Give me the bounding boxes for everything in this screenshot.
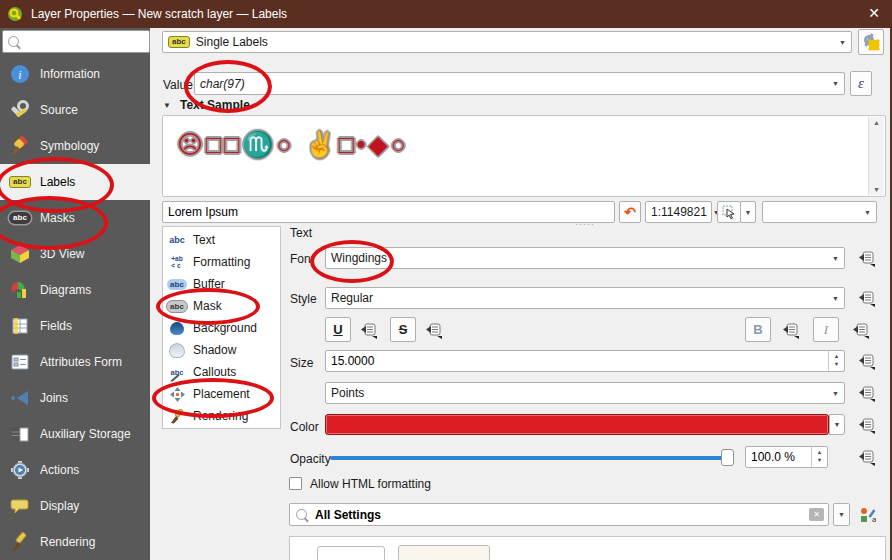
tab-mask[interactable]: abc Mask (163, 295, 280, 317)
opacity-data-defined-button[interactable] (855, 447, 877, 467)
sidebar-item-source[interactable]: Source (0, 92, 150, 128)
size-data-defined-button[interactable] (855, 351, 877, 371)
italic-button[interactable]: I (813, 317, 839, 342)
tab-rendering[interactable]: Rendering (163, 405, 280, 427)
sidebar-item-joins[interactable]: Joins (0, 380, 150, 416)
size-input[interactable] (326, 353, 828, 369)
sidebar-item-fields[interactable]: Fields (0, 308, 150, 344)
search-icon (296, 509, 307, 520)
automated-placement-button[interactable] (858, 29, 884, 55)
label-mode-combo[interactable]: abc Single Labels ▼ (162, 31, 852, 53)
opacity-spinbox[interactable]: ▲▼ (745, 446, 828, 468)
symbology-icon (9, 135, 31, 157)
placement-tab-icon (167, 387, 187, 402)
sample-text-field[interactable] (162, 201, 615, 223)
value-expression-text: char(97) (200, 77, 245, 91)
settings-search-input[interactable] (310, 508, 809, 522)
strikethrough-button[interactable]: S (390, 317, 416, 342)
tab-background[interactable]: Background (163, 317, 280, 339)
preview-scale-combo[interactable]: 1:1149821 ▼ (645, 201, 712, 223)
size-spinbox[interactable]: ▲▼ (325, 350, 845, 372)
sidebar-item-masks[interactable]: abc Masks (0, 200, 150, 236)
style-data-defined-button[interactable] (855, 288, 877, 308)
tab-shadow[interactable]: Shadow (163, 339, 280, 361)
format-preview-card[interactable] (317, 546, 385, 560)
data-defined-icon (852, 322, 869, 339)
color-dropdown-button[interactable]: ▼ (829, 414, 845, 435)
svg-text:a: a (872, 515, 876, 524)
style-manager-button[interactable]: a (856, 505, 878, 525)
color-label: Color (290, 420, 319, 434)
style-value: Regular (331, 291, 373, 305)
data-defined-icon (858, 449, 875, 466)
chevron-down-icon: ▼ (826, 390, 839, 397)
font-data-defined-button[interactable] (855, 248, 877, 268)
bold-button[interactable]: B (745, 317, 771, 342)
map-settings-dropdown[interactable]: ▼ (740, 201, 756, 223)
map-settings-button[interactable] (717, 201, 741, 223)
opacity-slider-track[interactable] (330, 456, 725, 460)
text-sample-header[interactable]: Text Sample (180, 98, 250, 112)
color-data-defined-button[interactable] (855, 415, 877, 435)
preview-scrollbar[interactable]: ▲ ▼ (868, 117, 884, 195)
expression-builder-button[interactable]: ε (850, 71, 872, 96)
gears-icon (861, 32, 881, 52)
sidebar-search-input[interactable] (22, 35, 149, 49)
reset-sample-button[interactable]: ↶ (619, 201, 641, 223)
shadow-tab-icon (167, 343, 187, 358)
size-unit-combo[interactable]: Points ▼ (325, 382, 845, 404)
sidebar-item-rendering[interactable]: Rendering (0, 524, 150, 560)
sidebar-item-display[interactable]: Display (0, 488, 150, 524)
sidebar-item-labels[interactable]: abc Labels (0, 164, 150, 200)
data-defined-icon (858, 353, 875, 370)
sidebar-item-3d-view[interactable]: 3D View (0, 236, 150, 272)
size-spin-arrows[interactable]: ▲▼ (828, 351, 844, 371)
underline-button[interactable]: U (325, 317, 351, 342)
sidebar-item-auxiliary-storage[interactable]: Auxiliary Storage (0, 416, 150, 452)
chevron-down-icon: ▼ (838, 511, 845, 518)
value-expression-combo[interactable]: char(97) ▼ (194, 72, 845, 95)
italic-data-defined-button[interactable] (849, 320, 871, 340)
scroll-down-icon[interactable]: ▼ (873, 186, 880, 193)
opacity-slider-handle[interactable] (721, 449, 734, 466)
allow-html-checkbox[interactable] (289, 477, 302, 490)
format-preview-card[interactable] (398, 545, 490, 560)
sidebar-item-diagrams[interactable]: Diagrams (0, 272, 150, 308)
panel-splitter-handle[interactable]: ····· (575, 219, 595, 229)
tab-callouts[interactable]: abc Callouts (163, 361, 280, 383)
preview-background-combo[interactable]: ▼ (762, 201, 877, 223)
sidebar-search[interactable] (2, 30, 150, 53)
text-sample-collapse-icon[interactable]: ▼ (163, 101, 171, 110)
chevron-down-icon: ▼ (745, 209, 752, 216)
sidebar-item-attributes-form[interactable]: Attributes Form (0, 344, 150, 380)
settings-search-field[interactable]: ✕ (289, 503, 829, 526)
scroll-up-icon[interactable]: ▲ (873, 119, 880, 126)
display-icon (9, 495, 31, 517)
tab-placement[interactable]: Placement (163, 383, 280, 405)
opacity-spin-arrows[interactable]: ▲▼ (811, 447, 827, 467)
settings-search-dropdown[interactable]: ▼ (833, 503, 850, 526)
font-combo[interactable]: Wingdings ▼ (325, 247, 845, 269)
actions-icon (9, 459, 31, 481)
auxiliary-storage-icon (9, 423, 31, 445)
sample-text-input[interactable] (163, 205, 614, 219)
strikethrough-data-defined-button[interactable] (422, 320, 444, 340)
opacity-input[interactable] (746, 449, 811, 465)
sidebar-list: i Information Source Symbology abc Label… (0, 56, 150, 560)
color-swatch-button[interactable] (325, 414, 829, 435)
underline-data-defined-button[interactable] (357, 320, 379, 340)
clear-search-icon[interactable]: ✕ (809, 508, 824, 521)
unit-data-defined-button[interactable] (855, 383, 877, 403)
style-combo[interactable]: Regular ▼ (325, 287, 845, 309)
bold-data-defined-button[interactable] (779, 320, 801, 340)
text-tab-icon: abc (167, 235, 187, 245)
title-bar: Layer Properties — New scratch layer — L… (0, 0, 892, 28)
sidebar-item-symbology[interactable]: Symbology (0, 128, 150, 164)
tab-formatting[interactable]: +ab< c Formatting (163, 251, 280, 273)
joins-icon (9, 387, 31, 409)
tab-text[interactable]: abc Text (163, 229, 280, 251)
sidebar-item-actions[interactable]: Actions (0, 452, 150, 488)
close-icon[interactable]: ✕ (868, 5, 880, 21)
sidebar-item-information[interactable]: i Information (0, 56, 150, 92)
tab-buffer[interactable]: abc Buffer (163, 273, 280, 295)
